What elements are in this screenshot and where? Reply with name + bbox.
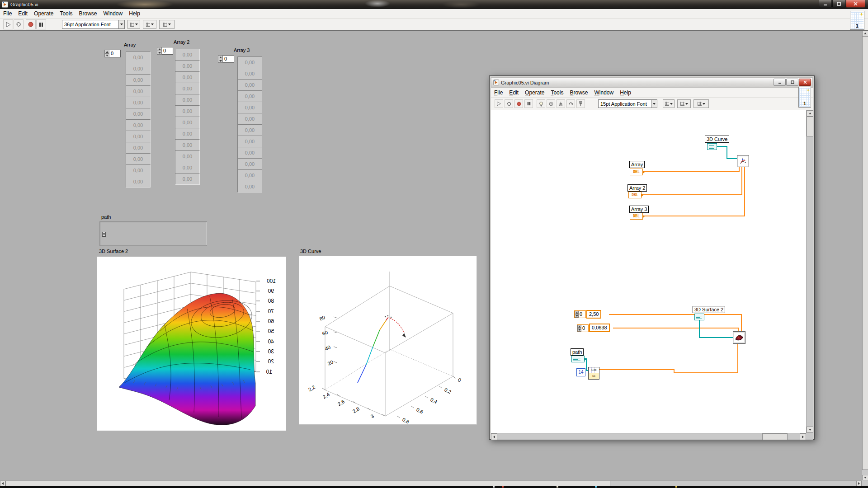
align-objects-dropdown[interactable] bbox=[127, 20, 140, 29]
surface-refnum-terminal[interactable] bbox=[694, 314, 704, 320]
run-button[interactable] bbox=[3, 19, 13, 29]
array-cell[interactable]: 0,00 bbox=[175, 60, 200, 72]
diagram-titlebar[interactable]: Graphic05.vi Diagram bbox=[491, 77, 813, 88]
array-cell[interactable]: 0,00 bbox=[175, 173, 200, 185]
menu-item[interactable]: Tools bbox=[547, 89, 566, 97]
reorder-dropdown[interactable] bbox=[693, 99, 709, 108]
array-cell[interactable]: 0,00 bbox=[126, 108, 151, 120]
resize-objects-dropdown[interactable] bbox=[159, 20, 175, 29]
array-cell[interactable]: 0,00 bbox=[237, 181, 262, 192]
array-cell[interactable]: 0,00 bbox=[126, 176, 151, 188]
array-cell[interactable]: 0,00 bbox=[237, 68, 262, 80]
array-cell[interactable]: 0,00 bbox=[126, 52, 151, 63]
maximize-button[interactable] bbox=[832, 0, 845, 8]
constant-a-index[interactable]: 0 bbox=[574, 310, 586, 318]
array2-index-control[interactable]: 0 bbox=[157, 47, 173, 55]
array-cell[interactable]: 0,00 bbox=[126, 63, 151, 75]
array1-terminal[interactable]: DBL bbox=[630, 169, 643, 175]
array3-index-control[interactable]: 0 bbox=[218, 55, 234, 63]
menu-item[interactable]: Operate bbox=[31, 9, 57, 18]
pause-button[interactable] bbox=[524, 99, 533, 108]
array2-terminal-label[interactable]: Array 2 bbox=[627, 184, 647, 192]
abort-button[interactable] bbox=[26, 19, 36, 29]
taskbar-icon[interactable] bbox=[493, 486, 495, 488]
vi-icon-pane[interactable]: 1 bbox=[850, 11, 864, 30]
array-cell[interactable]: 0,00 bbox=[126, 85, 151, 97]
array3-terminal[interactable]: DBL bbox=[630, 213, 643, 220]
array3-index-value[interactable]: 0 bbox=[223, 55, 234, 63]
main-vertical-scrollbar[interactable] bbox=[862, 31, 868, 480]
highlight-execution-button[interactable] bbox=[537, 99, 545, 108]
scroll-right-button[interactable] bbox=[800, 433, 806, 440]
maximize-button[interactable] bbox=[786, 79, 798, 86]
array1-terminal-label[interactable]: Array bbox=[629, 161, 645, 168]
scrollbar-thumb[interactable] bbox=[862, 36, 868, 470]
font-selector-dropdown-icon[interactable] bbox=[118, 20, 124, 28]
align-objects-dropdown[interactable] bbox=[663, 99, 675, 108]
menu-item[interactable]: File bbox=[0, 9, 15, 18]
menu-item[interactable]: Help bbox=[617, 89, 634, 97]
spinner-down-button[interactable] bbox=[104, 53, 109, 57]
run-continuous-button[interactable] bbox=[14, 19, 24, 29]
font-selector[interactable]: 36pt Application Font bbox=[62, 20, 125, 29]
scroll-up-button[interactable] bbox=[807, 110, 813, 117]
step-into-button[interactable] bbox=[557, 99, 565, 108]
array-cell[interactable]: 0,00 bbox=[126, 153, 151, 165]
array-cell[interactable]: 0,00 bbox=[126, 97, 151, 108]
array-cell[interactable]: 0,00 bbox=[175, 128, 200, 140]
curve-plot-canvas[interactable]: 80 60 40 20 2,2 2,4 2,6 2,8 3 0 0,2 bbox=[299, 256, 477, 425]
array-cell[interactable]: 0,00 bbox=[175, 150, 200, 162]
array-cell[interactable]: 0,00 bbox=[237, 136, 262, 147]
font-selector[interactable]: 15pt Application Font bbox=[598, 99, 657, 108]
vi-icon-pane[interactable]: 1 bbox=[798, 87, 811, 108]
array-cell[interactable]: 0,00 bbox=[237, 158, 262, 170]
array-cell[interactable]: 0,00 bbox=[237, 124, 262, 136]
menu-item[interactable]: Tools bbox=[57, 9, 75, 18]
taskbar-icon[interactable] bbox=[595, 486, 597, 488]
scrollbar-thumb[interactable] bbox=[762, 433, 788, 440]
block-diagram-window[interactable]: Graphic05.vi Diagram FileEditOperateTool… bbox=[489, 75, 815, 440]
step-out-button[interactable] bbox=[576, 99, 585, 108]
array-cell[interactable]: 0,00 bbox=[237, 90, 262, 102]
front-panel-titlebar[interactable]: Graphic05.vi bbox=[0, 0, 868, 9]
taskbar-icon[interactable] bbox=[502, 486, 504, 488]
menu-item[interactable]: Browse bbox=[75, 9, 100, 18]
read-spreadsheet-file-node[interactable]: 1.23 txt bbox=[588, 367, 599, 380]
step-over-button[interactable] bbox=[566, 99, 575, 108]
spinner-down-button[interactable] bbox=[575, 314, 579, 318]
menu-item[interactable]: Help bbox=[126, 9, 143, 18]
taskbar[interactable] bbox=[0, 486, 868, 488]
numeric-constant-250[interactable]: 2,50 bbox=[586, 310, 601, 319]
spinner-down-button[interactable] bbox=[218, 59, 223, 63]
scrollbar-thumb[interactable] bbox=[807, 117, 813, 136]
diagram-canvas[interactable]: 3D Curve Array DBL Array 2 DBL bbox=[491, 110, 806, 433]
path-terminal[interactable] bbox=[571, 356, 585, 362]
taskbar-icon[interactable] bbox=[675, 486, 677, 488]
array-cell[interactable]: 0,00 bbox=[237, 147, 262, 159]
distribute-objects-dropdown[interactable] bbox=[143, 20, 156, 29]
retain-wire-values-button[interactable] bbox=[547, 99, 555, 108]
scroll-down-button[interactable] bbox=[862, 475, 868, 480]
constant-b-index[interactable]: 0 bbox=[577, 324, 589, 332]
array-cell[interactable]: 0,00 bbox=[126, 74, 151, 86]
array-cell[interactable]: 0,00 bbox=[237, 169, 262, 181]
array-cell[interactable]: 0,00 bbox=[175, 94, 200, 106]
run-continuous-button[interactable] bbox=[505, 99, 513, 108]
scroll-up-button[interactable] bbox=[862, 31, 868, 36]
diagram-vertical-scrollbar[interactable] bbox=[806, 110, 813, 433]
curve-refnum-terminal[interactable] bbox=[707, 143, 717, 150]
taskbar-icon[interactable] bbox=[557, 486, 558, 488]
array-cell[interactable]: 0,00 bbox=[237, 56, 262, 68]
font-selector-dropdown-icon[interactable] bbox=[651, 100, 657, 108]
run-button[interactable] bbox=[495, 99, 503, 108]
minimize-button[interactable] bbox=[819, 0, 832, 8]
pause-button[interactable] bbox=[36, 19, 46, 29]
menu-item[interactable]: Window bbox=[591, 89, 617, 97]
3d-curve-vi-node[interactable] bbox=[737, 155, 749, 167]
array-cell[interactable]: 0,00 bbox=[175, 49, 200, 61]
array2-terminal[interactable]: DBL bbox=[628, 192, 642, 198]
array1-index-value[interactable]: 0 bbox=[109, 50, 121, 57]
array-cell[interactable]: 0,00 bbox=[175, 117, 200, 128]
array-cell[interactable]: 0,00 bbox=[175, 139, 200, 151]
numeric-constant-0638[interactable]: 0,0638 bbox=[589, 324, 610, 332]
